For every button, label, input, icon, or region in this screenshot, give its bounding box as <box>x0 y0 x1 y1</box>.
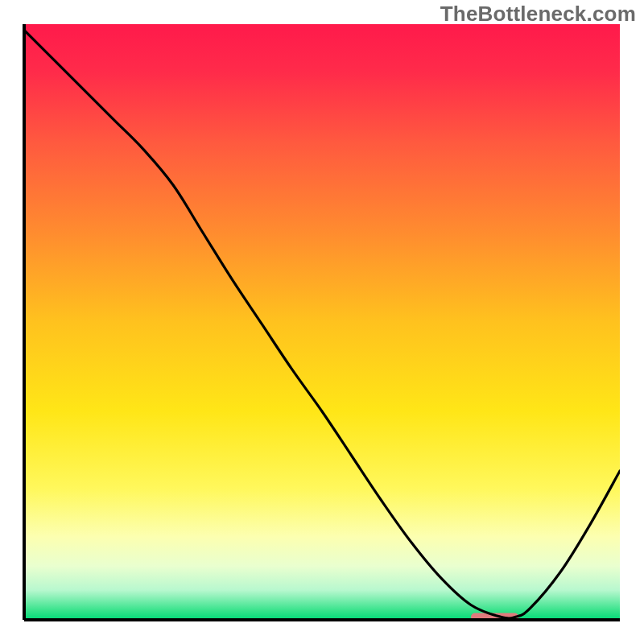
chart-frame: TheBottleneck.com <box>0 0 644 644</box>
bottleneck-chart <box>0 0 644 644</box>
gradient-background <box>24 24 620 620</box>
